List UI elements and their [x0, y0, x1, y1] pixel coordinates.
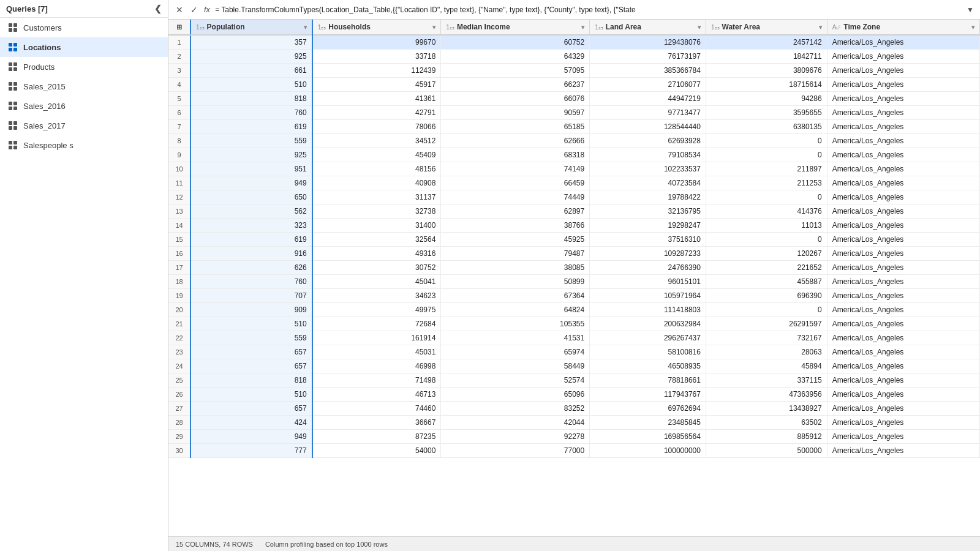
col-header-time_zone[interactable]: Aᵤᶜ Time Zone ▾: [827, 20, 979, 35]
formula-confirm-button[interactable]: ✓: [187, 4, 202, 16]
table-row[interactable]: 13562327386289732136795414376America/Los…: [168, 204, 980, 219]
cell-time_zone: America/Los_Angeles: [827, 388, 979, 402]
cell-households: 34623: [312, 289, 441, 303]
col-header-median_income[interactable]: 1₂₃ Median Income ▾: [441, 20, 590, 35]
cell-water_area: 0: [706, 134, 827, 148]
formula-cancel-button[interactable]: ✕: [172, 4, 187, 16]
table-row[interactable]: 761978066651851285444406380135America/Lo…: [168, 120, 980, 134]
table-row[interactable]: 307775400077000100000000500000America/Lo…: [168, 444, 980, 458]
cell-households: 49975: [312, 303, 441, 317]
cell-water_area: 6380135: [706, 120, 827, 134]
table-row[interactable]: 99254540968318791085340America/Los_Angel…: [168, 148, 980, 162]
table-row[interactable]: 197073462367364105971964696390America/Lo…: [168, 289, 980, 303]
cell-median_income: 66076: [441, 92, 590, 106]
table-row[interactable]: 11949409086645940723584211253America/Los…: [168, 176, 980, 190]
table-row[interactable]: 2090949975648241114188030America/Los_Ang…: [168, 303, 980, 317]
table-row[interactable]: 17626307523808524766390221652America/Los…: [168, 261, 980, 275]
cell-households: 45409: [312, 148, 441, 162]
sidebar-item-locations[interactable]: Locations: [0, 37, 168, 57]
table-options-icon[interactable]: ⊞: [175, 22, 184, 32]
sidebar-item-products[interactable]: Products: [0, 57, 168, 77]
table-row[interactable]: 2465746998584494650893545894America/Los_…: [168, 359, 980, 373]
cell-time_zone: America/Los_Angeles: [827, 50, 979, 64]
table-row[interactable]: 25818714985257478818661337115America/Los…: [168, 373, 980, 388]
cell-land_area: 97713477: [590, 106, 706, 120]
cell-water_area: 120267: [706, 247, 827, 261]
filter-icon-median_income[interactable]: ▾: [581, 24, 584, 31]
table-row[interactable]: 2365745031659745810081628063America/Los_…: [168, 345, 980, 359]
table-row[interactable]: 18760450415089996015101455887America/Los…: [168, 275, 980, 289]
table-row[interactable]: 215107268410535520063298426291597America…: [168, 317, 980, 331]
table-row[interactable]: 26510467136509611794376747363956America/…: [168, 388, 980, 402]
cell-land_area: 79108534: [590, 148, 706, 162]
table-container[interactable]: ⊞ 1₂₃ Population ▾ 1₂₃ Households ▾ 1₂₃ …: [168, 20, 980, 536]
filter-icon-households[interactable]: ▾: [432, 24, 435, 31]
filter-icon-water_area[interactable]: ▾: [819, 24, 822, 31]
table-row[interactable]: 85593451262666626939280America/Los_Angel…: [168, 134, 980, 148]
row-number: 10: [168, 162, 190, 176]
table-row[interactable]: 126503113774449197884220America/Los_Ange…: [168, 190, 980, 204]
col-header-households[interactable]: 1₂₃ Households ▾: [312, 20, 441, 35]
cell-median_income: 92278: [441, 430, 590, 444]
sidebar-item-sales2015[interactable]: Sales_2015: [0, 77, 168, 96]
cell-population: 818: [190, 373, 312, 388]
cell-water_area: 337115: [706, 373, 827, 388]
cell-time_zone: America/Los_Angeles: [827, 120, 979, 134]
table-row[interactable]: 135799670607521294380762457142America/Lo…: [168, 35, 980, 50]
formula-text[interactable]: = Table.TransformColumnTypes(Location_Da…: [213, 4, 964, 15]
cell-water_area: 94286: [706, 92, 827, 106]
table-row[interactable]: 29253371864329761731971842711America/Los…: [168, 50, 980, 64]
cell-population: 760: [190, 275, 312, 289]
table-row[interactable]: 156193256445925375163100America/Los_Ange…: [168, 233, 980, 247]
cell-time_zone: America/Los_Angeles: [827, 345, 979, 359]
cell-time_zone: America/Los_Angeles: [827, 289, 979, 303]
cell-land_area: 105971964: [590, 289, 706, 303]
collapse-icon[interactable]: ❮: [154, 4, 162, 13]
filter-icon-time_zone[interactable]: ▾: [971, 24, 974, 31]
filter-icon-population[interactable]: ▾: [304, 24, 307, 31]
table-row[interactable]: 1432331400387661929824711013America/Los_…: [168, 219, 980, 233]
table-row[interactable]: 2765774460832526976269413438927America/L…: [168, 402, 980, 416]
cell-households: 87235: [312, 430, 441, 444]
table-row[interactable]: 2842436667420442348584563502America/Los_…: [168, 416, 980, 430]
cell-time_zone: America/Los_Angeles: [827, 359, 979, 373]
table-row[interactable]: 299498723592278169856564885912America/Lo…: [168, 430, 980, 444]
cell-time_zone: America/Los_Angeles: [827, 190, 979, 204]
cell-water_area: 885912: [706, 430, 827, 444]
cell-water_area: 455887: [706, 275, 827, 289]
cell-population: 925: [190, 50, 312, 64]
cell-median_income: 66459: [441, 176, 590, 190]
cell-households: 41361: [312, 92, 441, 106]
sidebar-item-salespeoples[interactable]: Salespeople s: [0, 135, 168, 155]
cell-median_income: 45925: [441, 233, 590, 247]
table-row[interactable]: 2255916191441531296267437732167America/L…: [168, 331, 980, 345]
table-row[interactable]: 451045917662372710607718715614America/Lo…: [168, 78, 980, 92]
cell-water_area: 696390: [706, 289, 827, 303]
cell-median_income: 62897: [441, 204, 590, 219]
col-header-land_area[interactable]: 1₂₃ Land Area ▾: [590, 20, 706, 35]
table-row[interactable]: 169164931679487109287233120267America/Lo…: [168, 247, 980, 261]
table-row[interactable]: 67604279190597977134773595655America/Los…: [168, 106, 980, 120]
table-row[interactable]: 109514815674149102233537211897America/Lo…: [168, 162, 980, 176]
table-row[interactable]: 3661112439570953853667843809676America/L…: [168, 64, 980, 78]
cell-time_zone: America/Los_Angeles: [827, 204, 979, 219]
col-label-time_zone: Time Zone: [843, 23, 880, 31]
cell-land_area: 109287233: [590, 247, 706, 261]
formula-expand-button[interactable]: ▼: [964, 4, 976, 15]
col-type-households: 1₂₃: [318, 24, 326, 31]
col-label-water_area: Water Area: [722, 23, 760, 31]
row-number: 1: [168, 35, 190, 50]
cell-households: 46998: [312, 359, 441, 373]
col-type-land_area: 1₂₃: [595, 24, 603, 31]
cell-time_zone: America/Los_Angeles: [827, 444, 979, 458]
sidebar-item-sales2016[interactable]: Sales_2016: [0, 96, 168, 116]
col-header-population[interactable]: 1₂₃ Population ▾: [190, 20, 312, 35]
filter-icon-land_area[interactable]: ▾: [698, 24, 701, 31]
table-row[interactable]: 581841361660764494721994286America/Los_A…: [168, 92, 980, 106]
sidebar-item-sales2017[interactable]: Sales_2017: [0, 116, 168, 135]
cell-population: 925: [190, 148, 312, 162]
col-header-water_area[interactable]: 1₂₃ Water Area ▾: [706, 20, 827, 35]
sidebar-item-customers[interactable]: Customers: [0, 18, 168, 37]
cell-median_income: 42044: [441, 416, 590, 430]
col-type-water_area: 1₂₃: [711, 24, 720, 31]
